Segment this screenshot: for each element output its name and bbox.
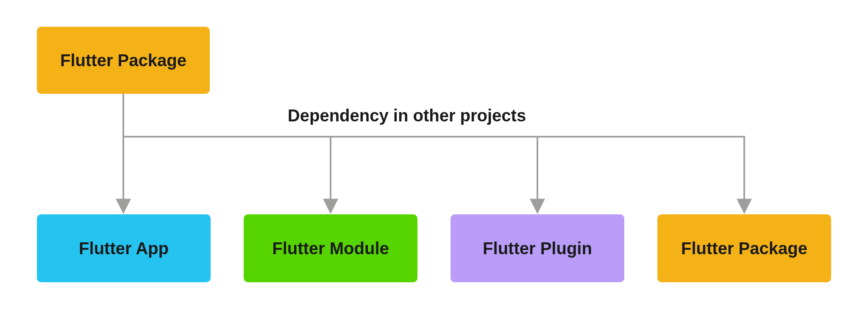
root-node-flutter-package: Flutter Package <box>37 27 210 94</box>
edge-label-dependency: Dependency in other projects <box>259 106 555 125</box>
child-node-flutter-app: Flutter App <box>37 214 211 282</box>
diagram-canvas: Flutter Package Dependency in other proj… <box>0 0 868 323</box>
child-node-flutter-package: Flutter Package <box>657 214 831 282</box>
child-node-flutter-module: Flutter Module <box>244 214 417 282</box>
child-node-flutter-plugin: Flutter Plugin <box>451 214 624 282</box>
